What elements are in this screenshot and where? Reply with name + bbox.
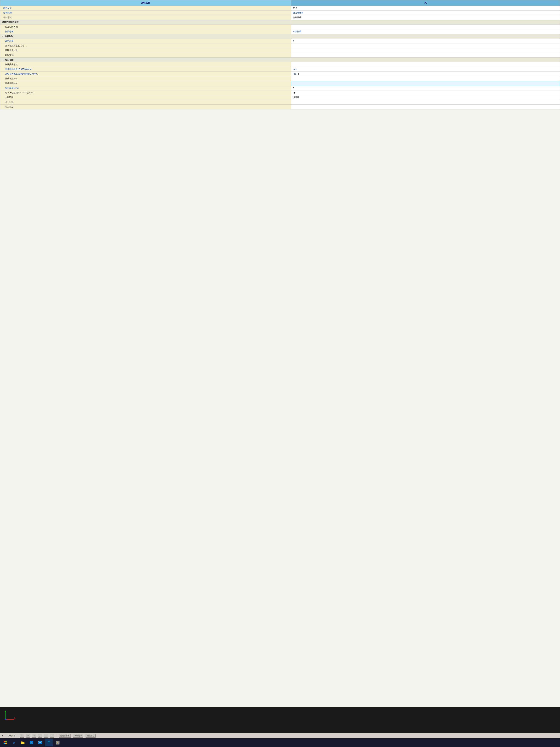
prop-value-row_基础埋深[interactable] (291, 76, 560, 81)
prop-label-row_竣工日期[interactable]: 竣工日期: (0, 105, 291, 109)
prop-value-row_建筑结构等级参数[interactable] (291, 20, 560, 25)
prop-label-row_结构类型[interactable]: 结构类型: (0, 10, 291, 15)
table-row: － 地震参数: (0, 34, 560, 39)
prop-value-row_基本地震加速度[interactable] (291, 44, 560, 48)
prop-label-row_实施阶段[interactable]: 实施阶段: (0, 95, 291, 100)
file-explorer-button[interactable] (19, 739, 27, 746)
taskbar: e 🛍 (0, 738, 560, 747)
table-row: － 施工信息: (0, 57, 560, 62)
svg-marker-1 (5, 711, 6, 712)
properties-panel: 属性名称 原 檐高(m):78.9结构类型:剪力墙结构基础形式:筏形基础建筑结构… (0, 0, 560, 707)
prop-value-row_实施阶段[interactable]: 招投标 (291, 95, 560, 100)
prop-label-row_环境类别[interactable]: 环境类别: (0, 53, 291, 57)
status-icon-6[interactable]: − (50, 734, 54, 738)
ie-icon: e (13, 741, 15, 745)
axis-svg: X (2, 710, 16, 721)
prop-label-row_基础埋深[interactable]: 基础埋深(m): (0, 76, 291, 81)
table-row: 竣工日期: (0, 105, 560, 109)
status-separator-1 (5, 735, 5, 737)
prop-label-row_檐高[interactable]: 檐高(m): (0, 6, 291, 10)
table-row: 冻土厚度(mm):0 (0, 86, 560, 91)
axis-indicator: X (2, 710, 16, 721)
polyline-select-button[interactable]: 折线选择 (73, 734, 83, 738)
table-row: 地下水位线相对±0.000标高(m):-2 (0, 91, 560, 95)
file-explorer-icon (21, 741, 25, 744)
prop-label-row_地下水位[interactable]: 地下水位线相对±0.000标高(m): (0, 91, 291, 95)
table-row: 设防烈度:7 (0, 39, 560, 44)
table-header: 属性名称 原 (0, 0, 560, 6)
prop-label-row_基础形式[interactable]: 基础形式: (0, 15, 291, 20)
start-button[interactable] (1, 739, 9, 746)
prop-label-row_设防烈度[interactable]: 设防烈度: (0, 39, 291, 44)
store-icon: 🛍 (30, 741, 33, 744)
prop-value-row_竣工日期[interactable] (291, 105, 560, 109)
prop-label-row_标准层高[interactable]: 标准层高(m): (0, 81, 291, 86)
prop-value-row_进场交付[interactable]: -0.3 (291, 72, 560, 76)
status-icon-4[interactable]: ╱ (38, 734, 42, 738)
mail-button[interactable] (36, 739, 44, 746)
ie-button[interactable]: e (10, 739, 18, 746)
prop-value-row_檐高[interactable]: 78.9 (291, 6, 560, 10)
prop-label-row_基本地震加速度[interactable]: 基本地震加速度（g）： (0, 44, 291, 48)
svg-point-4 (5, 719, 6, 720)
cross-layer-select-button[interactable]: 跨图层选择 (59, 734, 71, 738)
prop-value-row_设防烈度[interactable]: 7 (291, 39, 560, 44)
app6-icon: i (56, 741, 60, 745)
table-row: 钢筋接头形式: (0, 62, 560, 67)
table-row: 结构类型:剪力墙结构 (0, 10, 560, 15)
windows-icon (4, 741, 7, 744)
start-icon (4, 741, 7, 744)
svg-text:🛍: 🛍 (30, 742, 32, 744)
prop-label-row_施工信息[interactable]: － 施工信息: (0, 57, 291, 62)
table-row: 基本地震加速度（g）： (0, 44, 560, 48)
prop-value-row_标准层高[interactable] (291, 81, 560, 86)
prop-value-row_结构类型[interactable]: 剪力墙结构 (291, 10, 560, 15)
prop-label-row_抗震等级[interactable]: 抗震等级: (0, 29, 291, 34)
prop-label-row_室外地坪相对[interactable]: 室外地坪相对±0.000标高(m): (0, 67, 291, 72)
mouse-cursor-icon (298, 73, 299, 75)
3d-viewport: X (0, 707, 560, 733)
t-software-button[interactable]: T (45, 739, 53, 746)
status-icon-2[interactable]: □ (26, 734, 30, 738)
status-icon-5[interactable]: + (44, 734, 48, 738)
table-row: 抗震设防类别: (0, 25, 560, 29)
table-row: 基础埋深(m): (0, 76, 560, 81)
svg-text:i: i (57, 742, 58, 744)
mouse-left-button[interactable]: 按鼠标左 (85, 734, 96, 738)
col-label-header: 属性名称 (0, 0, 291, 6)
prop-value-row_设计地震分组[interactable] (291, 48, 560, 53)
prop-label-row_钢筋接头形式[interactable]: 钢筋接头形式: (0, 62, 291, 67)
table-row: 开工日期: (0, 100, 560, 105)
store-button[interactable]: 🛍 (28, 739, 35, 746)
table-row: 进场交付施工场地标高相对±0.000...-0.3 (0, 72, 560, 76)
status-icon-1[interactable]: L (20, 734, 24, 738)
prop-label-row_冻土厚度[interactable]: 冻土厚度(mm): (0, 86, 291, 91)
prop-value-row_基础形式[interactable]: 筏形基础 (291, 15, 560, 20)
prop-label-row_建筑结构等级参数[interactable]: 建筑结构等级参数: (0, 20, 291, 25)
prop-value-row_地震参数[interactable] (291, 34, 560, 39)
app6-button[interactable]: i (54, 739, 61, 746)
prop-value-row_抗震等级[interactable]: 三级抗震 (291, 29, 560, 34)
prop-label-row_设计地震分组[interactable]: 设计地震分组: (0, 48, 291, 53)
prop-label-row_开工日期[interactable]: 开工日期: (0, 100, 291, 105)
prop-value-row_室外地坪相对[interactable]: -0.3 (291, 67, 560, 72)
prop-value-row_开工日期[interactable] (291, 100, 560, 105)
prop-value-row_地下水位[interactable]: -2 (291, 91, 560, 95)
status-icon-3[interactable]: ✕ (32, 734, 36, 738)
prop-value-row_抗震设防类别[interactable] (291, 25, 560, 29)
table-row: 室外地坪相对±0.000标高(m):-0.3 (0, 67, 560, 72)
properties-table: 属性名称 原 檐高(m):78.9结构类型:剪力墙结构基础形式:筏形基础建筑结构… (0, 0, 560, 109)
x-axis-label: X (14, 717, 16, 720)
table-row: 基础形式:筏形基础 (0, 15, 560, 20)
prop-value-row_冻土厚度[interactable]: 0 (291, 86, 560, 91)
prop-label-row_抗震设防类别[interactable]: 抗震设防类别: (0, 25, 291, 29)
prop-value-row_钢筋接头形式[interactable] (291, 62, 560, 67)
prop-value-row_环境类别[interactable] (291, 53, 560, 57)
table-row: 抗震等级:三级抗震 (0, 29, 560, 34)
prop-value-row_施工信息[interactable] (291, 57, 560, 62)
prop-label-row_进场交付[interactable]: 进场交付施工场地标高相对±0.000... (0, 72, 291, 76)
screen-container: 属性名称 原 檐高(m):78.9结构类型:剪力墙结构基础形式:筏形基础建筑结构… (0, 0, 560, 747)
mail-icon (38, 741, 42, 744)
table-row: 设计地震分组: (0, 48, 560, 53)
prop-label-row_地震参数[interactable]: － 地震参数: (0, 34, 291, 39)
